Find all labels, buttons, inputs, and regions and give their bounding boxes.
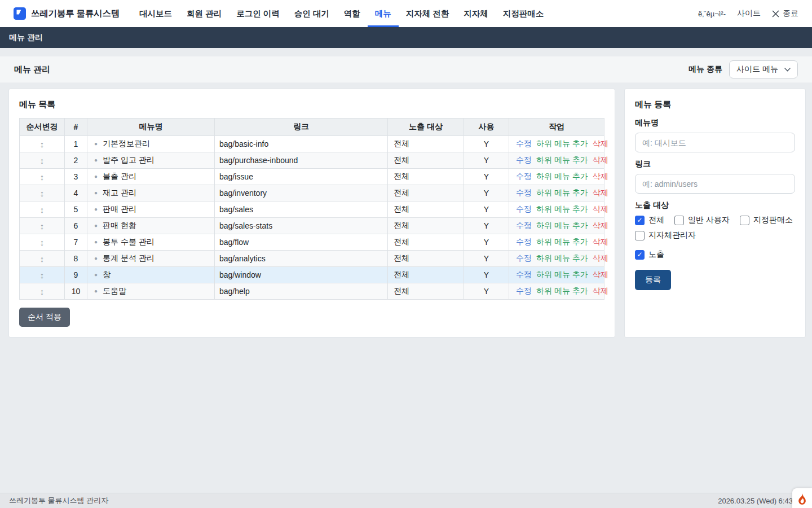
delete-link[interactable]: 삭제 (593, 286, 608, 295)
delete-link[interactable]: 삭제 (593, 253, 608, 262)
drag-handle-icon[interactable]: ↕ (20, 152, 65, 169)
nav-item-5[interactable]: 메뉴 (368, 0, 399, 27)
target-checkbox-2[interactable]: 지정판매소 (740, 215, 793, 225)
logout-button[interactable]: 종료 (772, 8, 798, 19)
nav-item-0[interactable]: 대시보드 (132, 0, 179, 27)
expose-checkbox-row: 노출 (635, 249, 795, 260)
nav-item-6[interactable]: 지자체 전환 (399, 0, 457, 27)
edit-link[interactable]: 수정 (516, 221, 532, 230)
add-sub-menu-link[interactable]: 하위 메뉴 추가 (536, 286, 588, 295)
edit-link[interactable]: 수정 (516, 270, 532, 279)
delete-link[interactable]: 삭제 (593, 139, 608, 148)
add-sub-menu-link[interactable]: 하위 메뉴 추가 (536, 270, 588, 279)
add-sub-menu-link[interactable]: 하위 메뉴 추가 (536, 253, 588, 262)
bullet-icon: ● (94, 222, 98, 229)
menu-register-panel: 메뉴 등록 메뉴명 링크 노출 대상 전체일반 사용자지정판매소지자체관리자 노… (624, 89, 806, 338)
row-number: 8 (65, 251, 87, 267)
delete-link[interactable]: 삭제 (593, 188, 608, 197)
use-flag-cell: Y (464, 218, 509, 234)
menu-link-cell: bag/sales-stats (215, 218, 388, 234)
app-logo-icon (14, 7, 26, 20)
edit-link[interactable]: 수정 (516, 253, 532, 262)
delete-link[interactable]: 삭제 (593, 155, 608, 164)
drag-handle-icon[interactable]: ↕ (20, 267, 65, 283)
edit-link[interactable]: 수정 (516, 155, 532, 164)
add-sub-menu-link[interactable]: 하위 메뉴 추가 (536, 204, 588, 213)
add-sub-menu-link[interactable]: 하위 메뉴 추가 (536, 237, 588, 246)
actions-cell: 수정하위 메뉴 추가삭제 (509, 202, 604, 218)
target-checkbox-0[interactable]: 전체 (635, 215, 664, 225)
app-title: 쓰레기봉투 물류시스템 (31, 8, 120, 20)
menu-link-cell: bag/flow (215, 234, 388, 251)
bullet-icon: ● (94, 173, 98, 179)
use-flag-cell: Y (464, 136, 509, 152)
use-flag-cell: Y (464, 202, 509, 218)
drag-handle-icon[interactable]: ↕ (20, 218, 65, 234)
drag-handle-icon[interactable]: ↕ (20, 185, 65, 202)
delete-link[interactable]: 삭제 (593, 221, 608, 230)
actions-cell: 수정하위 메뉴 추가삭제 (509, 234, 604, 251)
delete-link[interactable]: 삭제 (593, 204, 608, 213)
delete-link[interactable]: 삭제 (593, 172, 608, 181)
bullet-icon: ● (94, 157, 98, 163)
add-sub-menu-link[interactable]: 하위 메뉴 추가 (536, 188, 588, 197)
actions-cell: 수정하위 메뉴 추가삭제 (509, 267, 604, 283)
apply-order-button[interactable]: 순서 적용 (19, 308, 70, 327)
register-button[interactable]: 등록 (635, 270, 671, 290)
use-flag-cell: Y (464, 267, 509, 283)
nav-item-2[interactable]: 로그인 이력 (229, 0, 287, 27)
drag-handle-icon[interactable]: ↕ (20, 136, 65, 152)
footer-admin-label: 쓰레기봉투 물류시스템 관리자 (9, 496, 108, 506)
edit-link[interactable]: 수정 (516, 204, 532, 213)
target-checkbox-1[interactable]: 일반 사용자 (674, 215, 730, 225)
menu-link-input[interactable] (635, 174, 795, 194)
menu-type-select[interactable]: 사이트 메뉴 (729, 60, 798, 78)
add-sub-menu-link[interactable]: 하위 메뉴 추가 (536, 155, 588, 164)
actions-cell: 수정하위 메뉴 추가삭제 (509, 283, 604, 300)
checkbox-unchecked-icon[interactable] (674, 216, 684, 225)
target-cell: 전체 (388, 251, 464, 267)
menu-link-cell: bag/basic-info (215, 136, 388, 152)
edit-link[interactable]: 수정 (516, 172, 532, 181)
edit-link[interactable]: 수정 (516, 286, 532, 295)
nav-item-8[interactable]: 지정판매소 (496, 0, 551, 27)
drag-handle-icon[interactable]: ↕ (20, 251, 65, 267)
delete-link[interactable]: 삭제 (593, 270, 608, 279)
site-link[interactable]: 사이트 (737, 8, 761, 19)
nav-item-1[interactable]: 회원 관리 (179, 0, 229, 27)
debug-toolbar-button[interactable] (792, 488, 812, 508)
edit-link[interactable]: 수정 (516, 139, 532, 148)
drag-handle-icon[interactable]: ↕ (20, 234, 65, 251)
brand[interactable]: 쓰레기봉투 물류시스템 (14, 0, 120, 27)
bullet-icon: ● (94, 239, 98, 245)
add-sub-menu-link[interactable]: 하위 메뉴 추가 (536, 172, 588, 181)
add-sub-menu-link[interactable]: 하위 메뉴 추가 (536, 139, 588, 148)
checkbox-checked-icon[interactable] (635, 250, 645, 260)
edit-link[interactable]: 수정 (516, 188, 532, 197)
menu-list-title: 메뉴 목록 (19, 99, 604, 110)
checkbox-unchecked-icon[interactable] (740, 216, 749, 225)
target-checkbox-3[interactable]: 지자체관리자 (635, 230, 696, 240)
nav-item-4[interactable]: 역할 (337, 0, 368, 27)
drag-handle-icon[interactable]: ↕ (20, 169, 65, 185)
page-title: 메뉴 관리 (14, 64, 50, 75)
nav-item-7[interactable]: 지자체 (456, 0, 496, 27)
table-row: ↕8●통계 분석 관리bag/analytics전체Y수정하위 메뉴 추가삭제 (20, 251, 604, 267)
checkbox-unchecked-icon[interactable] (635, 231, 645, 240)
menu-name-cell: ●창 (87, 267, 215, 283)
menu-name-cell: ●판매 현황 (87, 218, 215, 234)
edit-link[interactable]: 수정 (516, 237, 532, 246)
menu-link-cell: bag/issue (215, 169, 388, 185)
row-number: 6 (65, 218, 87, 234)
menu-table-header-row: 순서변경#메뉴명링크노출 대상사용작업 (20, 119, 604, 136)
nav-item-3[interactable]: 승인 대기 (287, 0, 337, 27)
menu-name-input[interactable] (635, 133, 795, 152)
expose-checkbox[interactable]: 노출 (635, 249, 664, 260)
delete-link[interactable]: 삭제 (593, 237, 608, 246)
add-sub-menu-link[interactable]: 하위 메뉴 추가 (536, 221, 588, 230)
drag-handle-icon[interactable]: ↕ (20, 283, 65, 300)
table-row: ↕2●발주 입고 관리bag/purchase-inbound전체Y수정하위 메… (20, 152, 604, 169)
menu-link-cell: bag/sales (215, 202, 388, 218)
checkbox-checked-icon[interactable] (635, 216, 645, 225)
drag-handle-icon[interactable]: ↕ (20, 202, 65, 218)
